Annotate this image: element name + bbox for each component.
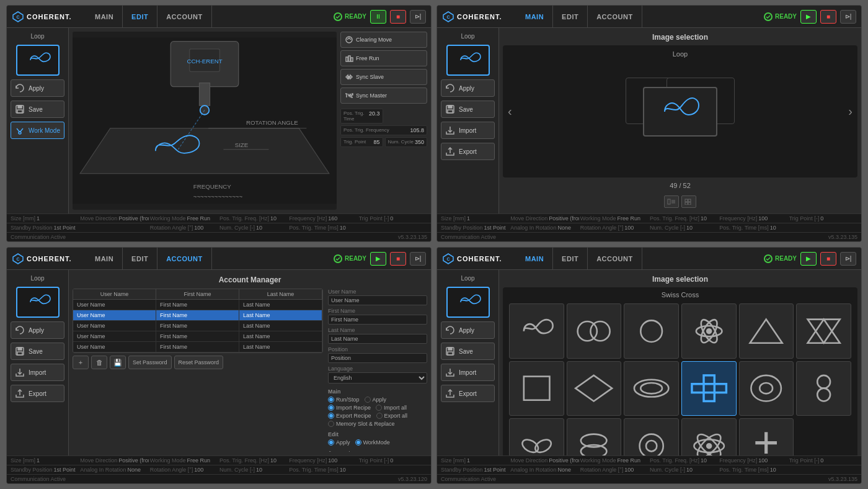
reset-password-btn-bl[interactable]: Reset Password [174, 356, 224, 369]
workmode-btn-tl[interactable]: Work Mode [11, 122, 64, 139]
tab-main-br[interactable]: MAIN [516, 248, 553, 270]
svg-rect-40 [685, 202, 688, 205]
stop-btn-tl[interactable]: ■ [390, 10, 406, 24]
set-password-btn-bl[interactable]: Set Password [128, 356, 172, 369]
svg-marker-63 [750, 319, 782, 343]
exit-btn-tr[interactable]: ⊳| [840, 10, 856, 24]
apply-btn-tr[interactable]: Apply [441, 79, 495, 97]
detail-language-select-bl[interactable]: English [328, 372, 427, 384]
play-btn-br[interactable]: ▶ [800, 252, 817, 266]
ready-badge-tr: READY [764, 12, 797, 21]
perm-workmode-radio-bl[interactable] [355, 439, 361, 446]
add-user-btn-bl[interactable]: + [73, 356, 89, 369]
img-cell-circle2-br[interactable] [624, 418, 679, 455]
user-row-4-bl[interactable]: User Name First Name Last Name [73, 331, 322, 342]
tab-account-bl[interactable]: ACCOUNT [157, 248, 212, 270]
img-cell-diamond-br[interactable] [567, 361, 622, 416]
apply-btn-tl[interactable]: Apply [11, 79, 64, 97]
img-cell-double-circle-br[interactable] [567, 303, 622, 359]
save-btn-tr[interactable]: Save [441, 101, 495, 118]
user-row-2-bl[interactable]: User Name First Name Last Name [73, 310, 322, 321]
tab-main-tr[interactable]: MAIN [516, 6, 553, 28]
save-btn-tl[interactable]: Save [11, 101, 64, 118]
carousel-next-tr[interactable]: › [848, 104, 852, 119]
img-cell-donut-br[interactable] [739, 361, 794, 416]
img-cell-xpattern-br[interactable] [509, 418, 564, 455]
tab-main-tl[interactable]: MAIN [86, 6, 123, 28]
img-cell-two-ovals-br[interactable] [567, 418, 622, 455]
stop-btn-br[interactable]: ■ [820, 252, 836, 266]
user-row-5-bl[interactable]: User Name First Name Last Name [73, 342, 322, 352]
clearing-move-btn-tl[interactable]: Clearing Move [340, 32, 427, 48]
play-btn-bl[interactable]: ▶ [370, 252, 386, 266]
thumb-list-tr[interactable] [664, 195, 679, 208]
img-cell-circle-br[interactable] [624, 303, 679, 359]
del-user-btn-bl[interactable]: 🗑 [91, 356, 107, 369]
perm-export-all-radio-bl[interactable] [376, 413, 383, 419]
import-btn-bl[interactable]: Import [11, 364, 64, 381]
pause-btn-tl[interactable]: ⏸ [370, 10, 386, 24]
tab-edit-tr[interactable]: EDIT [553, 6, 588, 28]
tab-edit-br[interactable]: EDIT [553, 248, 588, 270]
stop-btn-bl[interactable]: ■ [390, 252, 406, 266]
ready-text-br: READY [775, 255, 797, 262]
img-cell-atom-br[interactable] [681, 303, 737, 359]
save-btn-bl[interactable]: Save [11, 343, 64, 360]
svg-text:~~~~~~~~~~~~~~: ~~~~~~~~~~~~~~ [193, 193, 243, 200]
export-btn-br[interactable]: Export [441, 385, 495, 402]
tab-account-tl[interactable]: ACCOUNT [157, 6, 212, 28]
user-row-1-bl[interactable]: User Name First Name Last Name [73, 300, 322, 310]
apply-btn-bl[interactable]: Apply [11, 321, 64, 339]
img-cell-oval-rings-br[interactable] [624, 361, 679, 416]
perm-apply-main-radio-bl[interactable] [365, 397, 371, 403]
img-cell-square-br[interactable] [509, 361, 564, 416]
svg-rect-24 [348, 56, 350, 61]
img-cell-figure8-br[interactable] [796, 361, 851, 416]
perm-export-recipe-radio-bl[interactable] [328, 413, 334, 419]
img-cell-infinity-br[interactable] [509, 303, 564, 359]
tab-account-br[interactable]: ACCOUNT [588, 248, 642, 270]
perm-memory-slot-radio-bl[interactable] [328, 421, 334, 427]
img-cell-hourglass-br[interactable] [796, 303, 851, 359]
sync-slave-btn-tl[interactable]: # Sync Slave [340, 69, 427, 85]
user-row-3-bl[interactable]: User Name First Name Last Name [73, 321, 322, 331]
img-cell-atom2-br[interactable] [681, 418, 737, 455]
detail-firstname-input-bl[interactable] [328, 315, 427, 325]
tab-account-tr[interactable]: ACCOUNT [588, 6, 642, 28]
import-btn-br[interactable]: Import [441, 364, 495, 381]
img-cell-create-new-br[interactable]: Create New Image [739, 418, 794, 455]
perm-import-recipe-radio-bl[interactable] [328, 405, 334, 411]
apply-btn-br[interactable]: Apply [441, 321, 495, 339]
exit-btn-tl[interactable]: ⊳| [410, 10, 426, 24]
perm-import-all-radio-bl[interactable] [376, 405, 382, 411]
save-btn-br[interactable]: Save [441, 343, 495, 360]
carousel-prev-tr[interactable]: ‹ [508, 104, 512, 119]
export-btn-tr[interactable]: Export [441, 143, 495, 160]
exit-btn-br[interactable]: ⊳| [840, 252, 856, 266]
perm-edit-apply-radio-bl[interactable] [328, 439, 334, 446]
exit-btn-bl[interactable]: ⊳| [410, 252, 426, 266]
last-td-4-bl: Last Name [239, 331, 322, 341]
import-btn-tr[interactable]: Import [441, 122, 495, 139]
tab-edit-bl[interactable]: EDIT [123, 248, 157, 270]
comm-active-br: Communication Active [441, 476, 496, 482]
free-run-btn-tl[interactable]: Free Run [340, 50, 427, 66]
img-cell-cross-br[interactable] [681, 361, 737, 416]
thumb-grid-tr[interactable] [681, 195, 696, 208]
play-btn-tr[interactable]: ▶ [800, 10, 817, 24]
sb-ptf-br: Pos. Trig. Freq. [Hz]10 [650, 457, 718, 464]
perm-runstop-radio-bl[interactable] [328, 397, 334, 403]
export-btn-bl[interactable]: Export [11, 385, 64, 402]
perm-workmode-label-bl: WorkMode [363, 439, 390, 446]
detail-lastname-input-bl[interactable] [328, 334, 427, 344]
detail-position-input-bl[interactable] [328, 353, 427, 363]
nav-tabs-tr: MAIN EDIT ACCOUNT [516, 6, 759, 28]
tab-edit-tl[interactable]: EDIT [123, 6, 157, 28]
svg-point-73 [760, 383, 773, 393]
img-cell-triangle-br[interactable] [739, 303, 794, 359]
stop-btn-tr[interactable]: ■ [820, 10, 836, 24]
tab-main-bl[interactable]: MAIN [86, 248, 123, 270]
sync-master-btn-tl[interactable]: Sync Master [340, 87, 427, 104]
save-tbl-btn-bl[interactable]: 💾 [110, 356, 126, 369]
detail-username-input-bl[interactable] [328, 295, 427, 305]
